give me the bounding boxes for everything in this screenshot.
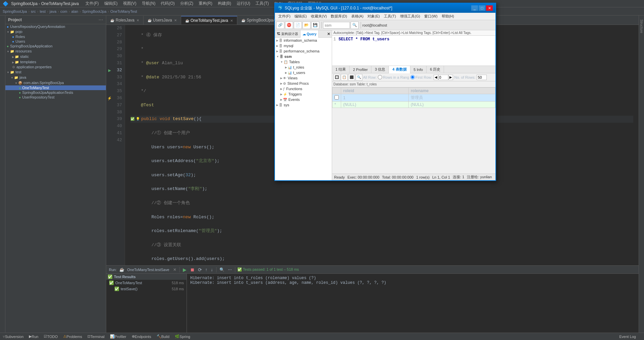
- tree-item-pojo[interactable]: 📁 pojo: [5, 29, 106, 34]
- table-cell-rolename[interactable]: 管理员: [408, 94, 495, 102]
- breadcrumb-item[interactable]: alan: [71, 9, 78, 13]
- db-item-information-schema[interactable]: ▶ 🗄 information_schema: [275, 38, 332, 43]
- breadcrumb-item[interactable]: SpringBootJpa: [82, 9, 106, 13]
- sql-menu-database[interactable]: 数据库(D): [329, 13, 349, 20]
- status-endpoints[interactable]: ⊕ Endpoints: [132, 334, 151, 339]
- gutter-run[interactable]: ▶: [106, 67, 113, 74]
- result-icon-button[interactable]: ⬛: [348, 74, 355, 81]
- sql-menu-help[interactable]: 帮助(H): [440, 13, 456, 20]
- tree-item-user-repo-test[interactable]: ● UserRepositoryTest: [5, 95, 106, 100]
- tree-item-com-alan[interactable]: 📦 com.alan.SpringBootJpa: [5, 80, 106, 85]
- status-todo[interactable]: ☑ TODO: [44, 334, 58, 339]
- run-play-button[interactable]: ▶: [182, 267, 188, 273]
- sqlyog-minimize-button[interactable]: _: [471, 5, 478, 11]
- breadcrumb-item[interactable]: java: [50, 9, 56, 13]
- tree-item-resources[interactable]: 📁 resources: [5, 48, 106, 54]
- result-tab-1[interactable]: 1 结果: [332, 66, 350, 73]
- tree-item-templates[interactable]: 📁 templates: [5, 59, 106, 65]
- status-terminal[interactable]: ⊡ Terminal: [87, 334, 105, 339]
- sql-menu-enhance[interactable]: 增强工具(G): [398, 13, 422, 20]
- first-row-next[interactable]: ▶: [448, 75, 453, 80]
- db-item-mysql[interactable]: ▶ 🗄 mysql: [275, 43, 332, 48]
- tree-item-roles[interactable]: ● Roles: [5, 34, 106, 39]
- menu-edit[interactable]: 编辑(E): [104, 1, 118, 6]
- tree-item-springboot-apptest[interactable]: ● SpringBootJpaApplicationTests: [5, 90, 106, 95]
- tree-item-onetomany[interactable]: ● OneToManyTest: [5, 85, 106, 90]
- tree-item-java[interactable]: 📁 java: [5, 75, 106, 80]
- tree-item-test[interactable]: 📁 test: [5, 69, 106, 75]
- db-item-triggers[interactable]: ▶ ⚡ Triggers: [275, 91, 332, 97]
- menu-code[interactable]: 代码(O): [161, 1, 174, 6]
- db-item-t-roles[interactable]: ▶ 📊 t_roles: [275, 65, 332, 70]
- menu-file[interactable]: 文件(F): [85, 1, 98, 6]
- tree-item-application-props[interactable]: ⚙ application.properties: [5, 65, 106, 69]
- sqlyog-sql-area[interactable]: 1 SELECT * FROM t_users: [332, 36, 495, 66]
- sql-new-query-button[interactable]: 📄: [294, 22, 302, 29]
- status-run[interactable]: ▶ Run: [29, 334, 38, 339]
- db-item-tables[interactable]: ▼ 📋 Tables: [275, 59, 332, 65]
- result-tab-6[interactable]: 6 历史: [427, 66, 444, 73]
- rows-range-radio[interactable]: [410, 75, 415, 79]
- tab-users[interactable]: ☕ UsersJava ✕: [144, 16, 181, 25]
- run-close-button[interactable]: ✕: [172, 267, 177, 272]
- run-filter-button[interactable]: 🔍: [218, 267, 226, 272]
- first-row-prev[interactable]: ◀: [434, 75, 438, 80]
- sql-save-button[interactable]: 💾: [311, 22, 319, 29]
- breadcrumb-item[interactable]: com: [60, 9, 67, 13]
- tab-roles[interactable]: ☕ RolesJava ✕: [106, 16, 144, 25]
- result-tab-3[interactable]: 3 信息: [371, 66, 389, 73]
- run-item-onetomany[interactable]: ✅ OneToManyTest 518 ms: [106, 280, 187, 286]
- sql-menu-edit[interactable]: 编辑(E): [292, 13, 309, 20]
- status-build[interactable]: 🔨 Build: [157, 334, 169, 339]
- tab-close-icon[interactable]: ✕: [230, 19, 233, 23]
- db-item-functions[interactable]: ▶ ƒ Functions: [275, 86, 332, 91]
- status-subversion[interactable]: ⑂ Subversion: [3, 335, 24, 339]
- menu-analyze[interactable]: 分析(Z): [180, 1, 193, 6]
- sql-menu-favorites[interactable]: 收藏夹(V): [309, 13, 329, 20]
- sql-query-tab[interactable]: ☁ Query: [300, 30, 319, 38]
- tab-close-icon[interactable]: ✕: [174, 18, 177, 22]
- run-rerun-button[interactable]: ⟳: [197, 267, 203, 273]
- sql-left-close[interactable]: ✕: [326, 30, 332, 37]
- menu-run[interactable]: 运行(U): [237, 1, 250, 6]
- menu-navigate[interactable]: 导航(N): [142, 1, 156, 6]
- status-profiler[interactable]: 📊 Profiler: [110, 334, 126, 339]
- menu-refactor[interactable]: 重构(R): [199, 1, 212, 6]
- result-tab-4[interactable]: 4 表数据: [389, 66, 410, 73]
- table-row-new[interactable]: * (NULL) (NULL): [332, 102, 495, 108]
- first-row-input[interactable]: [438, 75, 448, 80]
- all-rows-radio[interactable]: [378, 75, 382, 79]
- tree-item-users[interactable]: ● Users: [5, 39, 106, 44]
- sql-menu-tools[interactable]: 工具(T): [382, 13, 398, 20]
- sql-search-input[interactable]: [323, 22, 350, 29]
- menu-view[interactable]: 视图(V): [123, 1, 136, 6]
- db-item-stored-procs[interactable]: ▶ ⚙ Stored Procs: [275, 81, 332, 86]
- result-icon-button[interactable]: 📋: [341, 74, 348, 81]
- sql-search-button[interactable]: 🔍: [351, 22, 359, 29]
- db-item-performance[interactable]: ▶ 🗄 performance_schema: [275, 48, 332, 54]
- table-row-1[interactable]: 1 管理员: [332, 94, 495, 102]
- run-down-button[interactable]: ↓: [210, 267, 214, 272]
- row-checkbox[interactable]: [334, 95, 339, 100]
- tab-close-icon[interactable]: ✕: [136, 18, 139, 22]
- sqlyog-maximize-button[interactable]: □: [479, 5, 485, 11]
- db-item-sys[interactable]: ▶ 🗄 sys: [275, 102, 332, 108]
- status-event-log[interactable]: Event Log: [619, 335, 636, 339]
- gutter-warn[interactable]: ⚡: [106, 95, 113, 102]
- sql-menu-object[interactable]: 对象(E): [365, 13, 382, 20]
- sql-connect-button[interactable]: 🔗: [276, 22, 284, 29]
- sql-menu-table[interactable]: 表格(A): [349, 13, 366, 20]
- status-problems[interactable]: ⚠ Problems: [63, 334, 82, 339]
- result-tab-5[interactable]: 5 Info: [410, 66, 427, 73]
- breadcrumb-item[interactable]: OneToManyTest: [110, 9, 137, 13]
- db-item-t-users[interactable]: ▶ 📊 t_users: [275, 70, 332, 75]
- tree-item-static[interactable]: 📁 static: [5, 54, 106, 59]
- menu-tools[interactable]: 工具(T): [255, 1, 269, 6]
- result-icon-button[interactable]: 🔍: [356, 74, 362, 81]
- breadcrumb-item[interactable]: SpringBootJpa: [3, 9, 27, 13]
- sql-disconnect-button[interactable]: ⛔: [285, 22, 293, 29]
- breadcrumb-item[interactable]: src: [31, 9, 36, 13]
- sql-open-button[interactable]: 📂: [303, 22, 311, 29]
- run-stop-button[interactable]: ⏹: [189, 267, 196, 273]
- db-item-views[interactable]: ▶ 👁 Views: [275, 75, 332, 81]
